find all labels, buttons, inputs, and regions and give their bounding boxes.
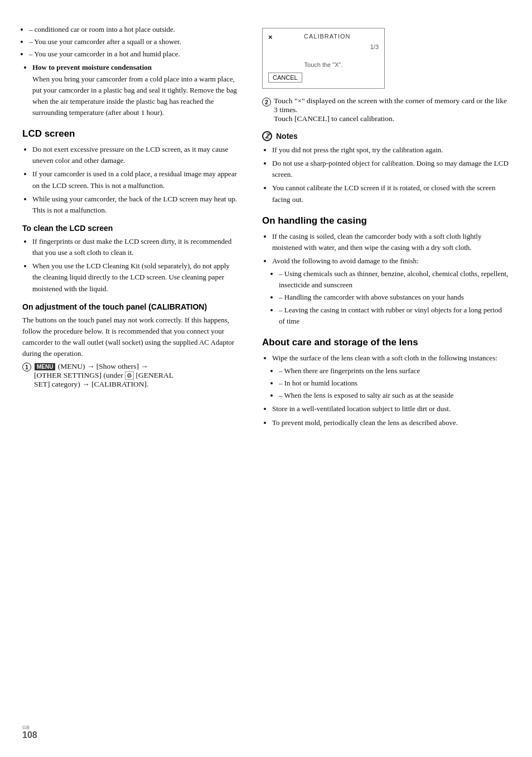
calibration-page: 1/3 — [268, 44, 379, 50]
lcd-section-title: LCD screen — [22, 128, 240, 139]
list-item: When the lens is exposed to salty air su… — [279, 390, 510, 401]
handling-list: If the casing is soiled, clean the camco… — [262, 231, 510, 327]
list-item: Do not use a sharp-pointed object for ca… — [272, 158, 510, 180]
step2-line: 2 Touch "×" displayed on the screen with… — [262, 97, 510, 123]
calibration-touch-text: Touch the "X". — [268, 61, 379, 68]
step2-number: 2 — [262, 98, 271, 107]
moisture-text: When you bring your camcorder from a col… — [32, 75, 237, 117]
step1-line: 1 MENU (MENU) → [Show others] → [OTHER S… — [22, 362, 240, 389]
notes-header: ℤ Notes — [262, 131, 510, 141]
right-column: × CALIBRATION 1/3 Touch the "X". CANCEL … — [257, 22, 510, 735]
list-item: If you did not press the right spot, try… — [272, 144, 510, 156]
list-item: Using chemicals such as thinner, benzine… — [279, 268, 510, 291]
calibration-title: CALIBRATION — [276, 33, 379, 40]
calibration-close: × — [268, 33, 273, 41]
list-item: Wipe the surface of the lens clean with … — [272, 353, 510, 402]
step2-text: Touch "×" displayed on the screen with t… — [274, 97, 507, 114]
settings-icon: ⚙ — [125, 372, 134, 380]
list-item: You use your camcorder in a hot and humi… — [29, 49, 240, 60]
touch-panel-title: On adjustment of the touch panel (CALIBR… — [22, 302, 240, 311]
list-item: Handling the camcorder with above substa… — [279, 292, 510, 303]
list-item: Leaving the casing in contact with rubbe… — [279, 305, 510, 327]
list-item: While using your camcorder, the back of … — [32, 194, 240, 216]
step1-number: 1 — [22, 363, 31, 372]
list-item: You cannot calibrate the LCD screen if i… — [272, 182, 510, 205]
clean-lcd-title: To clean the LCD screen — [22, 224, 240, 233]
menu-badge: MENU — [35, 363, 55, 370]
touch-panel-intro: The buttons on the touch panel may not w… — [22, 315, 240, 360]
list-item: To prevent mold, periodically clean the … — [272, 417, 510, 428]
lens-wipe-text: Wipe the surface of the lens clean with … — [272, 354, 497, 362]
handling-section-title: On handling the casing — [262, 215, 510, 226]
gb-label: GB — [22, 725, 37, 730]
list-item: conditioned car or room into a hot place… — [29, 24, 240, 35]
list-item: If your camcorder is used in a cold plac… — [32, 168, 240, 191]
intro-dash-list: conditioned car or room into a hot place… — [22, 24, 240, 60]
handling-dash-list: Using chemicals such as thinner, benzine… — [272, 268, 510, 327]
notes-icon: ℤ — [262, 131, 272, 141]
list-item: Avoid the following to avoid damage to t… — [272, 255, 510, 327]
list-item: When there are fingerprints on the lens … — [279, 365, 510, 377]
calibration-cancel-button[interactable]: CANCEL — [268, 73, 302, 83]
clean-lcd-list: If fingerprints or dust make the LCD scr… — [22, 236, 240, 295]
list-item: You use your camcorder after a squall or… — [29, 36, 240, 47]
list-item: Do not exert excessive pressure on the L… — [32, 144, 240, 166]
left-column: conditioned car or room into a hot place… — [22, 22, 257, 735]
step2-content: Touch "×" displayed on the screen with t… — [274, 97, 510, 123]
list-item: In hot or humid locations — [279, 378, 510, 389]
list-item: If the casing is soiled, clean the camco… — [272, 231, 510, 253]
calibration-dialog: × CALIBRATION 1/3 Touch the "X". CANCEL — [262, 28, 385, 89]
step2-cancel: Touch [CANCEL] to cancel calibration. — [274, 114, 394, 123]
page-footer: GB 108 — [22, 725, 37, 740]
notes-title: Notes — [276, 132, 298, 141]
calibration-cancel-area: CANCEL — [268, 73, 379, 83]
page-content: conditioned car or room into a hot place… — [0, 0, 532, 757]
handling-avoid: Avoid the following to avoid damage to t… — [272, 257, 419, 265]
lens-section-title: About care and storage of the lens — [262, 337, 510, 348]
moisture-list: How to prevent moisture condensation Whe… — [22, 62, 240, 118]
lens-dash-list: When there are fingerprints on the lens … — [272, 365, 510, 401]
list-item: If fingerprints or dust make the LCD scr… — [32, 236, 240, 258]
list-item: When you use the LCD Cleaning Kit (sold … — [32, 261, 240, 294]
lens-list: Wipe the surface of the lens clean with … — [262, 353, 510, 428]
list-item: Store in a well-ventilated location subj… — [272, 403, 510, 414]
lcd-list: Do not exert excessive pressure on the L… — [22, 144, 240, 216]
step1-content: MENU (MENU) → [Show others] → [OTHER SET… — [34, 362, 173, 389]
moisture-item: How to prevent moisture condensation Whe… — [32, 62, 240, 118]
notes-list: If you did not press the right spot, try… — [262, 144, 510, 205]
page-number: 108 — [22, 730, 37, 740]
calibration-header: × CALIBRATION — [268, 33, 379, 41]
moisture-title: How to prevent moisture condensation — [32, 63, 152, 71]
